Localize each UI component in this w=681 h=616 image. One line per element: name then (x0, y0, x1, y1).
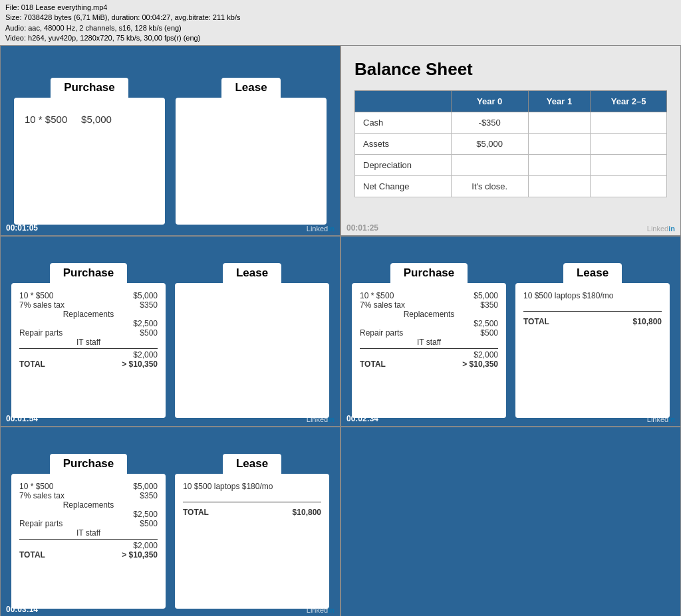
balance-header-0 (355, 91, 452, 112)
panel4-linkedin: Linkedin (647, 415, 675, 423)
panel-6 (340, 427, 681, 616)
p3-line1-v: $5,000 (133, 291, 158, 300)
panel5-linkedin: Linkedin (307, 606, 335, 614)
info-bar: File: 018 Lease everything.mp4 Size: 703… (0, 0, 681, 47)
p4-line5-v: $500 (480, 328, 498, 338)
p4-line4: $2,500 (360, 319, 498, 328)
balance-val-net-y25 (591, 176, 667, 197)
panel1-lease-tab: Lease (221, 78, 280, 98)
p5-line6: IT staff (19, 528, 158, 538)
panel4-purchase-tab: Purchase (390, 263, 468, 283)
p4-line3: Replacements (360, 310, 498, 319)
p4-line5-l: Repair parts (360, 328, 403, 338)
p4-line1-v: $5,000 (474, 291, 498, 300)
panel2-timestamp: 00:01:25 (346, 223, 378, 233)
info-line4: Video: h264, yuv420p, 1280x720, 75 kb/s,… (5, 33, 676, 43)
panel3-linkedin: Linkedin (307, 415, 335, 423)
balance-label-depreciation: Depreciation (355, 155, 452, 176)
p5-lease-total-l: TOTAL (183, 508, 209, 517)
balance-label-cash: Cash (355, 112, 452, 134)
balance-val-cash-y0: -$350 (451, 112, 528, 134)
p5-line7: $2,000 (19, 541, 158, 550)
p5-line1-l: 10 * $500 (19, 482, 53, 491)
balance-label-netchange: Net Change (355, 176, 452, 197)
panel1-purchase-line1: 10 * $500 $5,000 (25, 114, 154, 125)
panel3-lease-tab: Lease (223, 263, 281, 283)
panel4-timestamp: 00:02:34 (346, 414, 378, 423)
balance-val-dep-y25 (591, 155, 667, 176)
p3-line7: $2,000 (19, 350, 158, 359)
panel1-purchase-tab: Purchase (51, 78, 128, 98)
info-line3: Audio: aac, 48000 Hz, 2 channels, s16, 1… (5, 23, 676, 33)
panel-1: Purchase 10 * $500 $5,000 Lease 00:01:05… (0, 45, 340, 236)
p4-total-v: > $10,350 (462, 359, 498, 369)
p4-line2-l: 7% sales tax (360, 300, 405, 310)
p3-line2-v: $350 (140, 300, 158, 310)
p4-line2-v: $350 (480, 300, 498, 310)
p3-line2-l: 7% sales tax (19, 300, 65, 310)
p5-line5-l: Repair parts (19, 519, 63, 528)
balance-val-dep-y1 (528, 155, 590, 176)
balance-val-cash-y1 (528, 112, 590, 134)
balance-row-netchange: Net Change It's close. (355, 176, 667, 197)
p5-line3: Replacements (19, 500, 158, 510)
balance-val-assets-y0: $5,000 (451, 134, 528, 155)
p5-line2-v: $350 (140, 491, 158, 500)
panel1-timestamp: 00:01:05 (6, 223, 38, 233)
p3-total-l: TOTAL (19, 359, 45, 369)
panel3-timestamp: 00:01:54 (6, 414, 38, 423)
p3-line4: $2,500 (19, 319, 158, 328)
balance-row-depreciation: Depreciation (355, 155, 667, 176)
panel-3: Purchase 10 * $500$5,000 7% sales tax$35… (0, 236, 340, 427)
panel5-lease-tab: Lease (223, 454, 281, 474)
p4-lease-total-v: $10,800 (633, 317, 662, 326)
p5-line2-l: 7% sales tax (19, 491, 65, 500)
balance-row-cash: Cash -$350 (355, 112, 667, 134)
p5-line5-v: $500 (140, 519, 158, 528)
balance-val-cash-y25 (591, 112, 667, 134)
p5-lease-line1: 10 $500 laptops $180/mo (183, 482, 321, 491)
p3-line5-v: $500 (140, 328, 158, 338)
p5-total-l: TOTAL (19, 550, 45, 560)
panel-2: Balance Sheet Year 0 Year 1 Year 2–5 Cas… (340, 45, 681, 236)
balance-val-assets-y25 (591, 134, 667, 155)
p3-line6: IT staff (19, 338, 158, 347)
info-line1: File: 018 Lease everything.mp4 (5, 3, 676, 13)
p4-lease-line1: 10 $500 laptops $180/mo (523, 291, 662, 300)
balance-val-dep-y0 (451, 155, 528, 176)
panel2-linkedin: Linkedin (647, 225, 675, 233)
panels-grid: Purchase 10 * $500 $5,000 Lease 00:01:05… (0, 45, 681, 616)
balance-title: Balance Sheet (354, 59, 667, 80)
p5-lease-total-v: $10,800 (293, 508, 321, 517)
p4-line7: $2,000 (360, 350, 498, 359)
balance-val-net-y1 (528, 176, 590, 197)
p3-line1-l: 10 * $500 (19, 291, 53, 300)
p5-line1-v: $5,000 (133, 482, 158, 491)
balance-row-assets: Assets $5,000 (355, 134, 667, 155)
info-line2: Size: 7038428 bytes (6,71 MiB), duration… (5, 13, 676, 23)
panel-4: Purchase 10 * $500$5,000 7% sales tax$35… (340, 236, 681, 427)
p5-line4: $2,500 (19, 510, 158, 519)
balance-val-net-y0: It's close. (451, 176, 528, 197)
p4-lease-total-l: TOTAL (523, 317, 549, 326)
balance-header-1: Year 0 (451, 91, 528, 112)
panel-5: Purchase 10 * $500$5,000 7% sales tax$35… (0, 427, 340, 616)
p3-line3: Replacements (19, 310, 158, 319)
p3-total-v: > $10,350 (122, 359, 158, 369)
panel1-linkedin: Linkedin (307, 225, 335, 233)
balance-val-assets-y1 (528, 134, 590, 155)
panel3-purchase-tab: Purchase (50, 263, 128, 283)
p4-total-l: TOTAL (360, 359, 386, 369)
panel5-purchase-tab: Purchase (50, 454, 128, 474)
p4-line1-l: 10 * $500 (360, 291, 394, 300)
p4-line6: IT staff (360, 338, 498, 347)
panel4-lease-tab: Lease (563, 263, 622, 283)
balance-header-3: Year 2–5 (591, 91, 667, 112)
balance-header-2: Year 1 (528, 91, 590, 112)
panel5-timestamp: 00:03:14 (6, 605, 38, 614)
p3-line5-l: Repair parts (19, 328, 63, 338)
p5-total-v: > $10,350 (122, 550, 158, 560)
balance-label-assets: Assets (355, 134, 452, 155)
balance-table: Year 0 Year 1 Year 2–5 Cash -$350 Assets… (354, 90, 667, 197)
